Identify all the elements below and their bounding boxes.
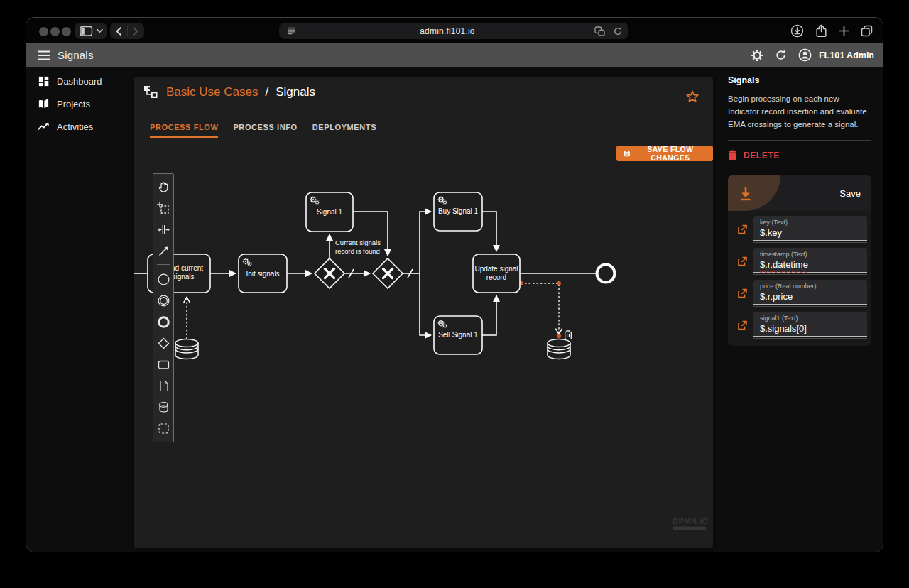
sidebar-item-dashboard[interactable]: Dashboard [38,72,134,89]
reload-icon[interactable] [607,26,628,36]
global-connect-tool[interactable] [153,240,173,261]
field-row-key: key (Text) $.key [728,216,871,243]
downloads-icon[interactable] [790,24,804,38]
favorite-star-button[interactable] [685,89,700,104]
mapping-field[interactable]: timestamp (Text) $.r.datetime [753,248,867,273]
address-bar[interactable]: admin.fl101.io [279,23,628,39]
create-task[interactable] [153,354,173,375]
process-flow-canvas: Load current signals Init signals Signal… [134,77,713,548]
hand-tool[interactable] [153,176,173,197]
history-nav-group [110,23,144,39]
app-bar: Signals [26,43,883,67]
trash-icon [728,150,737,160]
refresh-icon[interactable] [775,49,787,61]
url-text: admin.fl101.io [303,26,592,36]
mapping-field[interactable]: price (Real number) $.r.price [753,280,867,305]
new-tab-icon[interactable] [839,26,849,36]
field-value[interactable]: $.key [760,227,861,238]
mapping-field[interactable]: signal1 (Text) $.signals[0] [753,312,867,337]
lasso-tool[interactable] [153,197,173,219]
data-store-right[interactable] [548,339,570,359]
floppy-save-icon [624,149,631,158]
create-intermediate-event[interactable] [153,290,173,311]
sidebar-item-label: Activities [57,121,93,132]
settings-gear-icon[interactable] [751,49,763,62]
content-area: Dashboard Projects Activities [26,67,883,552]
activities-trend-icon [38,121,50,133]
task-label: signals [172,273,194,281]
data-store-left[interactable] [175,339,198,359]
flow-condition-label: record is found [335,247,380,255]
translate-icon[interactable] [592,26,607,36]
selected-waypoints[interactable] [519,281,561,338]
sidebar-item-label: Projects [57,99,90,109]
sidebar-item-label: Dashboard [57,76,102,87]
create-gateway[interactable] [153,332,173,354]
tab-process-info[interactable]: PROCESS INFO [233,123,297,138]
projects-book-icon [38,98,50,110]
browser-window: admin.fl101.io [26,17,883,552]
star-icon [685,89,700,104]
create-start-event[interactable] [153,268,173,290]
user-name: FL101 Admin [819,50,874,60]
tab-overview-icon[interactable] [861,25,873,37]
create-data-object[interactable] [153,375,173,396]
field-row-timestamp: timestamp (Text) $.r.datetime [728,248,871,275]
share-icon[interactable] [815,24,827,38]
save-flow-changes-button[interactable]: SAVE FLOW CHANGES [616,146,713,161]
launch-icon[interactable] [731,280,753,307]
space-tool[interactable] [153,219,173,240]
menu-icon[interactable] [38,50,50,60]
reader-icon[interactable] [279,26,303,36]
task-label: Signal 1 [317,208,343,216]
minimize-window-button[interactable] [50,27,60,36]
task-label: Sell Signal 1 [438,331,478,339]
launch-icon[interactable] [731,216,753,243]
page-title: Signals [58,49,94,61]
save-node-label: Save [839,175,861,211]
data-assoc-update-to-store[interactable] [521,283,559,334]
user-avatar-icon[interactable] [798,48,812,62]
field-label: key (Text) [760,219,861,226]
save-mapping-card: Save key (Text) $.key [728,175,871,346]
field-value[interactable]: $.r.price [760,291,861,302]
sidebar-item-activities[interactable]: Activities [38,118,134,135]
trash-icon[interactable] [565,331,572,339]
sidebar-item-projects[interactable]: Projects [38,95,134,112]
field-label: signal1 (Text) [760,315,861,322]
launch-icon[interactable] [731,248,753,275]
toolbar-actions [790,23,873,39]
create-group[interactable] [153,418,173,439]
field-label: timestamp (Text) [760,251,861,258]
tab-deployments[interactable]: DEPLOYMENTS [312,123,376,138]
task-label: Buy Signal 1 [438,207,479,215]
create-end-event[interactable] [153,311,173,332]
flow-condition-label: Current signals [335,239,381,246]
field-row-price: price (Real number) $.r.price [728,280,871,307]
save-card-header[interactable]: Save [728,175,871,211]
tab-process-flow[interactable]: PROCESS FLOW [150,123,218,138]
bpmn-io-watermark[interactable]: BPMN.iO [673,517,709,530]
field-value[interactable]: $.signals[0] [760,323,861,334]
flow-sell-to-update [482,295,496,335]
delete-label: DELETE [744,151,780,160]
field-label: price (Real number) [760,283,861,290]
forward-button[interactable] [128,26,144,36]
breadcrumb-separator: / [265,85,268,99]
launch-icon[interactable] [731,312,753,339]
divider [728,140,871,141]
delete-button[interactable]: DELETE [728,150,871,160]
panel-title: Signals [728,75,871,85]
browser-toolbar: admin.fl101.io [26,18,883,43]
sidebar-toggle-button[interactable] [75,23,107,39]
zoom-window-button[interactable] [62,27,71,36]
end-event[interactable] [597,265,615,283]
flow-to-buy [420,212,431,273]
field-value[interactable]: $.r.datetime [760,259,808,270]
mapping-field[interactable]: key (Text) $.key [753,216,867,241]
back-button[interactable] [111,26,127,36]
close-window-button[interactable] [39,27,48,36]
create-data-store[interactable] [153,396,173,418]
breadcrumb-parent[interactable]: Basic Use Cases [166,85,258,99]
breadcrumb-current: Signals [276,85,315,99]
